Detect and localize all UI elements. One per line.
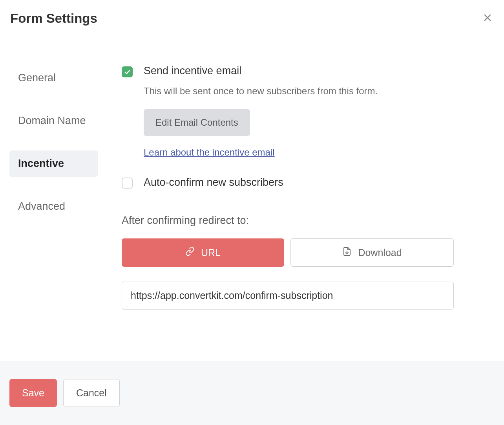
dialog-content: General Domain Name Incentive Advanced S… [0, 38, 504, 361]
sidebar-item-domain-name[interactable]: Domain Name [9, 108, 98, 134]
redirect-section: After confirming redirect to: URL [122, 214, 454, 310]
sidebar-item-label: Incentive [18, 158, 64, 169]
sidebar-item-label: Domain Name [18, 115, 86, 126]
send-incentive-content: Send incentive email This will be sent o… [144, 65, 454, 158]
dialog-header: Form Settings [0, 0, 504, 38]
sidebar-item-label: General [18, 72, 56, 84]
autoconfirm-label: Auto-confirm new subscribers [144, 176, 283, 189]
cancel-button[interactable]: Cancel [63, 379, 120, 407]
page-title: Form Settings [10, 11, 97, 26]
dialog-footer: Save Cancel [0, 361, 504, 425]
redirect-heading: After confirming redirect to: [122, 214, 454, 227]
send-incentive-label: Send incentive email [144, 65, 454, 77]
sidebar-item-incentive[interactable]: Incentive [9, 150, 98, 177]
sidebar-item-advanced[interactable]: Advanced [9, 193, 98, 220]
download-toggle-button[interactable]: Download [290, 238, 454, 267]
main-panel: Send incentive email This will be sent o… [98, 65, 504, 361]
edit-email-contents-button[interactable]: Edit Email Contents [144, 109, 250, 136]
autoconfirm-row: Auto-confirm new subscribers [122, 176, 454, 189]
sidebar-item-general[interactable]: General [9, 65, 98, 91]
close-icon[interactable] [481, 11, 494, 26]
learn-incentive-link[interactable]: Learn about the incentive email [144, 147, 275, 158]
url-toggle-label: URL [201, 247, 221, 258]
redirect-url-input[interactable] [122, 282, 454, 310]
autoconfirm-checkbox[interactable] [122, 178, 133, 189]
send-incentive-checkbox[interactable] [122, 66, 133, 77]
redirect-button-group: URL Download [122, 238, 454, 267]
send-incentive-row: Send incentive email This will be sent o… [122, 65, 454, 158]
sidebar-item-label: Advanced [18, 200, 65, 212]
save-button[interactable]: Save [9, 379, 57, 407]
download-icon [342, 247, 352, 258]
download-toggle-label: Download [358, 247, 402, 258]
sidebar: General Domain Name Incentive Advanced [9, 65, 98, 361]
url-toggle-button[interactable]: URL [122, 238, 284, 267]
send-incentive-description: This will be sent once to new subscriber… [144, 84, 454, 98]
link-icon [185, 247, 195, 258]
